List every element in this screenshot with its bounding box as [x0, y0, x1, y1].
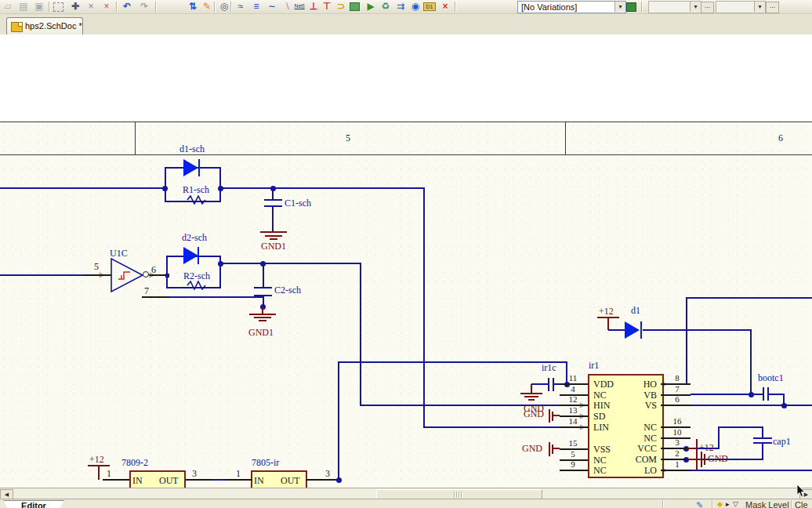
toolbar-combo-2[interactable]: ▾ — [716, 1, 766, 13]
wire[interactable] — [0, 274, 85, 276]
device-sheet-icon[interactable]: ♻ — [379, 0, 392, 13]
wire[interactable] — [768, 394, 785, 395]
wire[interactable] — [762, 426, 763, 438]
power-port-label[interactable]: GND1 — [261, 241, 286, 252]
place-part-icon[interactable]: ⊃ — [335, 0, 347, 13]
component-designator[interactable]: d2-sch — [182, 232, 207, 244]
edit-pencil-icon[interactable]: ✎ — [696, 500, 703, 508]
capacitor-plate[interactable] — [548, 378, 549, 391]
document-tab-hps2[interactable]: hps2.SchDoc * — [6, 17, 83, 35]
wire[interactable] — [423, 187, 425, 428]
wire[interactable] — [608, 329, 625, 331]
component-designator[interactable]: bootc1 — [758, 372, 784, 384]
wire[interactable] — [169, 296, 263, 298]
horizontal-scrollbar[interactable]: ◀ ▶ — [0, 488, 812, 499]
mask-level-label[interactable]: Mask Level — [745, 500, 789, 508]
capacitor-plate[interactable] — [753, 442, 772, 444]
move-icon[interactable]: ✚ — [69, 0, 82, 13]
place-wire-icon[interactable]: ≈ — [234, 0, 247, 13]
chevron-down-icon[interactable]: ▾ — [690, 2, 701, 12]
wire[interactable] — [272, 207, 274, 232]
wire[interactable] — [762, 444, 763, 460]
resistor-zigzag[interactable] — [187, 281, 207, 290]
wire[interactable] — [718, 426, 720, 449]
sheet-symbol-icon[interactable] — [350, 2, 360, 11]
redo-icon[interactable]: ↷ — [138, 0, 150, 13]
component-designator[interactable]: ir1 — [589, 360, 599, 372]
undo-icon[interactable]: ↶ — [121, 0, 133, 13]
chevron-down-icon[interactable]: ▾ — [754, 2, 765, 12]
mask-cursor-icon[interactable]: ▸ — [726, 500, 730, 508]
mask-diamond-icon[interactable]: ◆ — [717, 500, 723, 508]
diode-symbol[interactable] — [183, 159, 198, 176]
deselect-all-icon[interactable]: × — [100, 0, 113, 13]
wire[interactable] — [338, 361, 339, 481]
diode-symbol[interactable] — [183, 247, 198, 264]
capacitor-plate[interactable] — [763, 387, 764, 401]
select-area-icon[interactable] — [53, 2, 63, 12]
power-port-label[interactable]: GND — [708, 453, 728, 465]
wire[interactable] — [339, 361, 567, 363]
signal-harness-icon[interactable]: ∼ — [266, 0, 278, 13]
power-port-label[interactable]: +12 — [599, 306, 614, 318]
harness-entry-icon[interactable]: ◉ — [409, 0, 422, 13]
harness-connector-icon[interactable]: ⇉ — [394, 0, 407, 13]
browse-button-2[interactable]: ... — [766, 2, 779, 13]
no-erc-icon[interactable]: × — [439, 0, 451, 13]
wire[interactable] — [0, 187, 165, 189]
pcb-icon[interactable] — [626, 2, 636, 12]
port-icon[interactable]: D1 — [423, 2, 436, 11]
move-up-down-icon[interactable]: ⇅ — [187, 0, 199, 13]
diode-symbol[interactable] — [625, 321, 640, 339]
wire[interactable] — [643, 329, 752, 331]
clear-selection-icon[interactable]: × — [85, 0, 97, 13]
capacitor-plate[interactable] — [254, 295, 272, 296]
component-designator[interactable]: C2-sch — [274, 285, 301, 296]
power-port-label[interactable]: GND — [524, 408, 544, 420]
wire[interactable] — [219, 187, 424, 189]
rubber-stamp-icon[interactable]: ▣ — [33, 0, 45, 13]
capacitor-plate[interactable] — [264, 199, 282, 201]
wire[interactable] — [686, 470, 812, 471]
place-line-icon[interactable]: ⧵ — [281, 0, 294, 13]
component-designator[interactable]: C1-sch — [285, 198, 311, 209]
wire[interactable] — [531, 383, 549, 385]
component-designator[interactable]: d1-sch — [179, 143, 205, 155]
power-port-label[interactable]: GND — [522, 443, 542, 455]
wire[interactable] — [750, 329, 752, 395]
wire[interactable] — [686, 297, 812, 299]
copy-icon[interactable]: ▱ — [2, 0, 14, 13]
clear-button[interactable]: Cle — [795, 500, 808, 508]
component-designator[interactable]: 7809-2 — [121, 457, 148, 469]
highlight-pen-icon[interactable]: ✎ — [201, 0, 213, 13]
resistor-zigzag[interactable] — [187, 195, 207, 205]
component-designator[interactable]: 7805-ir — [252, 457, 279, 469]
wire[interactable] — [212, 479, 226, 481]
mask-filter-icon[interactable]: ▽ — [733, 500, 738, 508]
capacitor-plate[interactable] — [254, 287, 272, 288]
variations-dropdown[interactable]: [No Variations] ▾ — [517, 1, 626, 13]
wire[interactable] — [360, 263, 361, 406]
wire[interactable] — [718, 426, 763, 428]
wire[interactable] — [423, 426, 562, 428]
browse-button-1[interactable]: ... — [701, 2, 714, 13]
place-bus-icon[interactable]: ≡ — [250, 0, 263, 13]
power-port-label[interactable]: +12 — [89, 454, 104, 466]
wire[interactable] — [219, 263, 361, 264]
gnd-port-icon[interactable]: ⊥ — [307, 0, 320, 13]
component-designator[interactable]: ir1c — [542, 362, 556, 374]
wire[interactable] — [686, 297, 687, 384]
toolbar-combo-1[interactable]: ▾ — [648, 1, 701, 13]
power-port-label[interactable]: GND1 — [248, 327, 274, 339]
chevron-down-icon[interactable]: ▾ — [614, 2, 625, 12]
wire[interactable] — [263, 263, 264, 288]
vcc-port-icon[interactable]: ⊤ — [321, 0, 333, 13]
net-label-icon[interactable]: Net] — [293, 0, 306, 13]
component-designator[interactable]: R1-sch — [183, 184, 209, 196]
capacitor-plate[interactable] — [767, 387, 769, 401]
component-designator[interactable]: cap1 — [773, 436, 791, 448]
sheet-entry-icon[interactable]: ▶ — [364, 0, 377, 13]
component-designator[interactable]: d1 — [631, 305, 640, 317]
editor-tab[interactable]: Editor — [3, 500, 64, 508]
wire[interactable] — [691, 405, 812, 406]
